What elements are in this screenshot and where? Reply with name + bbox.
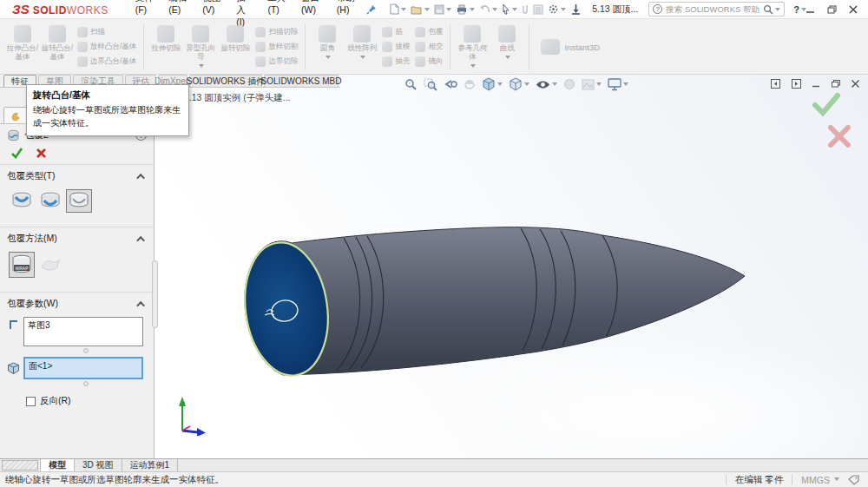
dropdown-arrow-icon[interactable] xyxy=(775,8,780,14)
select-button[interactable] xyxy=(500,3,519,16)
extruded-cut-button[interactable]: 拉伸切除 xyxy=(148,22,183,73)
dropdown-arrow-icon[interactable] xyxy=(524,82,529,89)
rebuild-button[interactable] xyxy=(569,3,583,16)
section-view-button[interactable] xyxy=(464,78,476,90)
dropdown-arrow-icon[interactable] xyxy=(596,82,602,89)
tag-icon[interactable] xyxy=(848,475,859,485)
boundary-cut-button[interactable]: 边界切除 xyxy=(255,56,298,67)
minimize-button[interactable] xyxy=(806,5,815,14)
wrap-params-group-header[interactable]: 包覆参数(W) xyxy=(0,293,154,313)
dropdown-arrow-icon[interactable] xyxy=(326,56,331,62)
dropdown-arrow-icon[interactable] xyxy=(424,8,430,14)
extruded-boss-button[interactable]: 拉伸凸台/基体 xyxy=(5,22,40,73)
attachment-button[interactable] xyxy=(520,3,530,16)
target-face-box[interactable]: 面<1> xyxy=(23,357,143,379)
graphics-viewport[interactable] xyxy=(155,75,868,458)
property-manager-tab[interactable] xyxy=(3,107,27,123)
linear-pattern-button[interactable]: 线性阵列 xyxy=(345,22,379,73)
swept-cut-button[interactable]: 扫描切除 xyxy=(255,27,298,37)
splitter-hatch[interactable] xyxy=(2,460,38,471)
dropdown-arrow-icon[interactable] xyxy=(360,56,365,62)
revolved-boss-button[interactable]: 旋转凸台/基体 xyxy=(40,22,75,73)
dropdown-arrow-icon[interactable] xyxy=(552,82,557,89)
dropdown-arrow-icon[interactable] xyxy=(199,64,204,70)
wrap-type-group-header[interactable]: 包覆类型(T) xyxy=(0,165,154,186)
search-input[interactable] xyxy=(666,4,760,14)
units-selector[interactable]: MMGS xyxy=(801,475,839,485)
shell-button[interactable]: 抽壳 xyxy=(382,56,410,67)
dropdown-arrow-icon[interactable] xyxy=(834,477,839,484)
tab-solidworks-addins[interactable]: SOLIDWORKS 插件 xyxy=(189,75,262,87)
source-sketch-box[interactable]: 草图3 xyxy=(23,317,143,346)
help-button[interactable]: ? xyxy=(793,4,806,15)
swept-boss-button[interactable]: 扫描 xyxy=(77,27,136,37)
next-pane-button[interactable] xyxy=(792,79,801,89)
hide-show-items-button[interactable] xyxy=(536,79,557,90)
view-settings-button[interactable] xyxy=(608,78,628,91)
tab-model[interactable]: 模型 xyxy=(40,459,75,471)
dropdown-arrow-icon[interactable] xyxy=(401,8,406,14)
reverse-direction-checkbox[interactable] xyxy=(26,397,36,406)
curves-button[interactable]: 曲线 xyxy=(490,22,524,73)
hole-wizard-button[interactable]: 异型孔向导 xyxy=(183,22,218,73)
dropdown-arrow-icon[interactable] xyxy=(561,8,566,14)
dropdown-arrow-icon[interactable] xyxy=(492,8,497,14)
doc-minimize-button[interactable] xyxy=(812,80,820,88)
doc-restore-button[interactable] xyxy=(832,80,840,88)
dropdown-arrow-icon[interactable] xyxy=(470,64,476,70)
wrap-method-group-header[interactable]: 包覆方法(M) xyxy=(0,227,154,248)
doc-close-button[interactable] xyxy=(852,80,859,88)
boundary-boss-button[interactable]: 边界凸台/基体 xyxy=(77,56,136,67)
bullet-model[interactable] xyxy=(234,214,755,396)
tab-motion-study[interactable]: 运动算例1 xyxy=(122,459,179,471)
mirror-button[interactable]: 镜向 xyxy=(415,56,443,67)
pin-menu-icon[interactable] xyxy=(366,4,377,15)
dropdown-arrow-icon[interactable] xyxy=(505,56,510,62)
panel-splitter-handle[interactable] xyxy=(152,260,158,328)
instant3d-button[interactable]: Instant3D xyxy=(534,22,607,73)
undo-button[interactable] xyxy=(477,3,499,15)
confirm-ok-icon[interactable] xyxy=(811,92,842,116)
view-orientation-button[interactable] xyxy=(482,77,503,91)
wrap-button[interactable]: 包覆 xyxy=(415,27,443,37)
dropdown-arrow-icon[interactable] xyxy=(512,8,517,14)
print-button[interactable] xyxy=(454,3,477,16)
tab-3d-views[interactable]: 3D 视图 xyxy=(75,459,122,471)
save-button[interactable] xyxy=(432,3,453,16)
scribe-option[interactable] xyxy=(66,189,92,213)
dropdown-arrow-icon[interactable] xyxy=(470,8,475,14)
lofted-cut-button[interactable]: 放样切割 xyxy=(255,42,298,52)
tab-solidworks-mbd[interactable]: SOLIDWORKS MBD xyxy=(264,75,339,87)
dropdown-arrow-icon[interactable] xyxy=(497,82,503,89)
zoom-to-fit-button[interactable] xyxy=(404,78,418,91)
edit-appearance-button[interactable] xyxy=(563,78,575,90)
reference-geometry-button[interactable]: 参考几何体 xyxy=(455,22,490,73)
analytical-method-option[interactable]: WRAP xyxy=(9,252,35,278)
restore-button[interactable] xyxy=(827,5,837,14)
previous-view-button[interactable] xyxy=(444,78,457,90)
options-gear-button[interactable] xyxy=(546,3,568,16)
deboss-option[interactable] xyxy=(37,189,63,213)
fillet-button[interactable]: 圆角 xyxy=(310,22,345,73)
spline-method-option[interactable] xyxy=(37,252,63,278)
revolved-cut-button[interactable]: 旋转切除 xyxy=(218,22,253,73)
open-file-button[interactable] xyxy=(409,3,431,16)
confirm-cancel-icon[interactable] xyxy=(826,123,852,149)
display-style-button[interactable] xyxy=(509,77,529,91)
dropdown-arrow-icon[interactable] xyxy=(446,8,451,14)
zoom-to-area-button[interactable] xyxy=(424,78,437,91)
new-file-button[interactable] xyxy=(387,3,408,16)
lofted-boss-button[interactable]: 放样凸台/基体 xyxy=(77,42,136,52)
properties-button[interactable] xyxy=(531,3,545,16)
draft-button[interactable]: 拔模 xyxy=(382,42,410,52)
close-button[interactable] xyxy=(849,5,858,14)
dropdown-arrow-icon[interactable] xyxy=(623,82,628,89)
search-icon[interactable] xyxy=(763,4,773,15)
emboss-option[interactable] xyxy=(9,189,35,213)
pm-cancel-button[interactable] xyxy=(36,148,47,159)
intersect-button[interactable]: 相交 xyxy=(415,42,443,52)
apply-scene-button[interactable] xyxy=(582,79,602,90)
previous-pane-button[interactable] xyxy=(771,79,780,89)
pm-ok-button[interactable] xyxy=(10,147,23,159)
rib-button[interactable]: 筋 xyxy=(382,27,410,37)
